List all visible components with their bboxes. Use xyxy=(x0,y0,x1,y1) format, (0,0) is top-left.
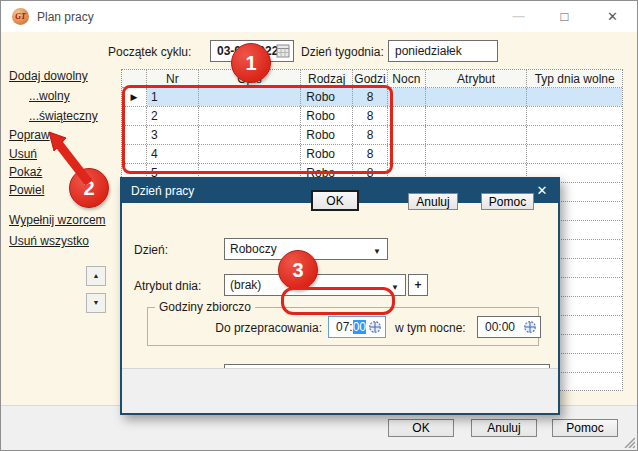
cell-typ xyxy=(527,88,622,106)
cell-nocn xyxy=(388,107,426,125)
annotation-box-rows xyxy=(122,85,393,174)
cell-typ xyxy=(527,107,622,125)
help-button[interactable]: Pomoc xyxy=(552,419,618,437)
annotation-circle-3: 3 xyxy=(278,250,318,290)
down-arrow-icon: ▼ xyxy=(93,299,100,306)
minimize-button[interactable]: — xyxy=(496,1,541,32)
maximize-button[interactable]: □ xyxy=(542,1,587,32)
annotation-box-to-work xyxy=(281,287,395,315)
clock-spinner-icon[interactable] xyxy=(523,320,537,334)
dialog-footer xyxy=(122,368,558,413)
app-logo-icon: GT xyxy=(12,8,29,25)
ok-button[interactable]: OK xyxy=(388,419,454,437)
night-hours-label: w tym nocne: xyxy=(395,321,466,335)
table-header-typ-dnia-wolnego: Typ dnia wolne xyxy=(527,70,622,87)
weekday-label: Dzień tygodnia: xyxy=(301,45,384,59)
calendar-icon[interactable] xyxy=(276,44,290,58)
chevron-down-icon: ▼ xyxy=(373,242,381,262)
to-work-hours: 07: xyxy=(336,320,353,334)
sidebar-link-usun[interactable]: Usuń xyxy=(9,147,37,161)
night-time-input[interactable]: 00:00 xyxy=(477,316,541,338)
cell-nocn xyxy=(388,126,426,144)
attribute-label: Atrybut dnia: xyxy=(134,279,201,293)
cell-atrybut xyxy=(426,126,528,144)
dialog-ok-button[interactable]: OK xyxy=(311,190,359,211)
sidebar-link-usun-wszystko[interactable]: Usuń wszystko xyxy=(9,234,89,248)
cell-atrybut xyxy=(426,88,528,106)
window-title: Plan pracy xyxy=(37,10,94,24)
to-work-label: Do przepracowania: xyxy=(162,321,322,335)
sidebar-link-wolny[interactable]: ...wolny xyxy=(29,89,70,103)
close-button[interactable]: ✕ xyxy=(590,1,635,32)
up-arrow-icon: ▲ xyxy=(93,272,100,279)
table-header-nocn: Nocn xyxy=(388,70,426,87)
add-attribute-button[interactable]: + xyxy=(408,274,428,296)
cell-nocn xyxy=(388,88,426,106)
dialog-body: Dzień: Roboczy ▼ Atrybut dnia: (brak) ▼ … xyxy=(122,203,558,368)
group-godziny-zbiorczo-label: Godziny zbiorczo xyxy=(155,300,255,314)
dialog-title: Dzień pracy xyxy=(131,184,194,198)
resize-grip[interactable] xyxy=(622,435,635,448)
plan-pracy-window: GT Plan pracy — □ ✕ Początek cyklu: 03-0… xyxy=(0,0,638,451)
annotation-circle-1: 1 xyxy=(231,43,271,83)
dialog-help-button[interactable]: Pomoc xyxy=(481,193,534,210)
annotation-arrow xyxy=(36,121,106,191)
night-time-value: 00:00 xyxy=(485,320,515,334)
clock-spinner-icon[interactable] xyxy=(368,320,382,334)
day-label: Dzień: xyxy=(134,243,168,257)
weekday-field[interactable]: poniedziałek xyxy=(388,40,498,62)
cell-typ xyxy=(527,126,622,144)
title-bar: GT Plan pracy — □ ✕ xyxy=(1,1,637,32)
move-down-button[interactable]: ▼ xyxy=(86,293,106,313)
day-select-value: Roboczy xyxy=(230,242,277,256)
cell-nocn xyxy=(388,145,426,163)
dialog-cancel-button[interactable]: Anuluj xyxy=(408,193,458,210)
to-work-minutes-selected: 00 xyxy=(353,320,366,334)
cell-atrybut xyxy=(426,107,528,125)
to-work-time-input[interactable]: 07:00 xyxy=(328,316,386,338)
sidebar-link-wypelnij-wzorcem[interactable]: Wypełnij wzorcem xyxy=(9,213,106,227)
table-header-atrybut: Atrybut xyxy=(426,70,528,87)
attribute-select-value: (brak) xyxy=(230,278,261,292)
cancel-button[interactable]: Anuluj xyxy=(471,419,537,437)
cycle-start-label: Początek cyklu: xyxy=(108,45,191,59)
move-up-button[interactable]: ▲ xyxy=(86,266,106,286)
sidebar-link-dodaj-dowolny[interactable]: Dodaj dowolny xyxy=(9,69,88,83)
cell-atrybut xyxy=(426,145,528,163)
cell-typ xyxy=(527,145,622,163)
